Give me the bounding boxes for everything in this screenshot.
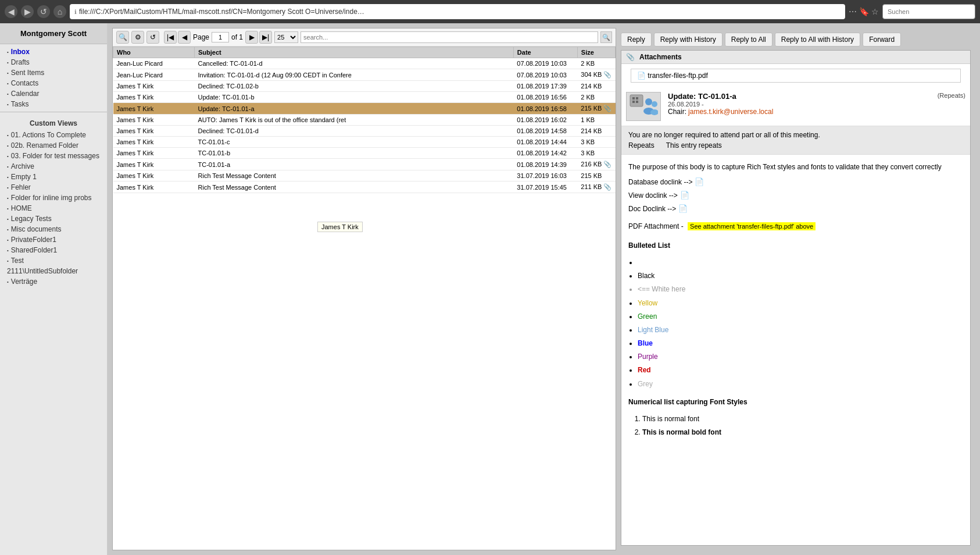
browser-chrome: ◀ ▶ ↺ ⌂ ℹ file:///C:/XPort/MailCustom/HT… (0, 0, 980, 23)
reply-to-all-button[interactable]: Reply to All (725, 33, 772, 47)
bullet-icon: • (7, 206, 9, 211)
sidebar-item-archive[interactable]: • Archive (0, 161, 107, 172)
list-item-text: Grey (638, 380, 653, 388)
table-row[interactable]: James T KirkTC-01.01-c01.08.2019 14:443 … (113, 137, 616, 148)
table-row[interactable]: James T KirkDeclined: TC-01.02-b01.08.20… (113, 81, 616, 92)
sidebar-item-test[interactable]: • Test (0, 255, 107, 266)
bullet-icon: • (7, 258, 9, 264)
refresh-button[interactable]: ↺ (146, 31, 159, 44)
prev-page-button[interactable]: ◀ (178, 31, 191, 44)
first-page-button[interactable]: |◀ (164, 31, 177, 44)
sidebar-item-vertrage[interactable]: • Verträge (0, 276, 107, 287)
reply-with-history-button[interactable]: Reply with History (654, 33, 723, 47)
sidebar-item-shared[interactable]: • SharedFolder1 (0, 245, 107, 255)
sidebar-item-actions[interactable]: • 01. Actions To Complete (0, 130, 107, 140)
notice-row: Repeats This entry repeats (628, 141, 963, 150)
list-item: This is normal bold font (642, 426, 963, 439)
sidebar-item-private[interactable]: • PrivateFolder1 (0, 234, 107, 245)
sidebar-item-label: Inbox (11, 48, 30, 56)
sidebar-user-name: Montgomery Scott (0, 23, 107, 44)
doclink2-icon[interactable]: 📄 (680, 190, 689, 202)
meeting-chair-email[interactable]: james.t.kirk@universe.local (688, 108, 773, 116)
cell-who: Jean-Luc Picard (113, 69, 195, 81)
table-row[interactable]: James T KirkUpdate: TC-01.01-a01.08.2019… (113, 103, 616, 115)
bullet-icon: • (7, 81, 9, 86)
table-row[interactable]: James T KirkAUTO: James T Kirk is out of… (113, 115, 616, 126)
sidebar-item-test-messages[interactable]: • 03. Folder for test messages (0, 151, 107, 161)
address-text: file:///C:/XPort/MailCustom/HTML/mail-ms… (79, 8, 840, 16)
bullet-icon: • (7, 49, 9, 55)
sidebar-item-inline-img[interactable]: • Folder for inline img probs (0, 193, 107, 203)
search-toggle-button[interactable]: 🔍 (116, 31, 129, 44)
attachment-file[interactable]: 📄 transfer-files-ftp.pdf (631, 69, 961, 83)
repeats-value: This entry repeats (666, 141, 722, 150)
forward-button[interactable]: Forward (863, 33, 901, 47)
list-item: Black (638, 269, 963, 283)
forward-button[interactable]: ▶ (21, 5, 34, 18)
table-row[interactable]: Jean-Luc PicardInvitation: TC-01-01-d (1… (113, 69, 616, 81)
cell-date: 01.08.2019 14:58 (513, 126, 577, 137)
cell-date: 01.08.2019 14:39 (513, 159, 577, 170)
sidebar-item-legacy[interactable]: • Legacy Tests (0, 214, 107, 224)
filter-button[interactable]: ⚙ (131, 31, 144, 44)
reply-to-all-with-history-button[interactable]: Reply to All with History (775, 33, 860, 47)
table-row[interactable]: James T KirkRich Test Message Content31.… (113, 182, 616, 193)
cell-subject: Rich Test Message Content (195, 170, 514, 182)
sidebar-item-drafts[interactable]: • Drafts (0, 57, 107, 67)
attachment-filename: transfer-files-ftp.pdf (648, 72, 707, 80)
bullet-icon: • (7, 216, 9, 222)
sidebar-item-misc[interactable]: • Misc documents (0, 224, 107, 234)
list-item-text: Green (638, 312, 657, 321)
table-row[interactable]: James T KirkUpdate: TC-01.01-b01.08.2019… (113, 92, 616, 103)
cell-subject: TC-01.01-a (195, 159, 514, 170)
search-input[interactable] (301, 31, 598, 43)
list-item-text: This is normal font (642, 415, 699, 423)
mail-table-container: Who Subject Date Size Jean-Luc PicardCan… (113, 47, 616, 550)
col-header-date[interactable]: Date (513, 47, 577, 58)
doclink1-icon[interactable]: 📄 (695, 176, 704, 188)
page-input[interactable] (212, 32, 229, 42)
bullet-icon: • (7, 195, 9, 201)
list-item: Light Blue (638, 323, 963, 337)
table-row[interactable]: Jean-Luc PicardCancelled: TC-01-01-d07.0… (113, 58, 616, 69)
table-row[interactable]: James T KirkDeclined: TC-01.01-d01.08.20… (113, 126, 616, 137)
table-row[interactable]: James T KirkTC-01.01-a01.08.2019 14:3921… (113, 159, 616, 170)
doclink3-icon[interactable]: 📄 (678, 203, 688, 215)
table-row[interactable]: James T KirkRich Test Message Content31.… (113, 170, 616, 182)
sidebar-item-calendar[interactable]: • Calendar (0, 88, 107, 99)
per-page-select[interactable]: 25 50 100 (274, 31, 298, 43)
pdf-attachment-link[interactable]: See attachment 'transfer-files-ftp.pdf' … (688, 222, 816, 230)
custom-views-label: Custom Views (0, 115, 107, 130)
bullet-icon: • (7, 185, 9, 190)
sidebar-item-home[interactable]: • HOME (0, 203, 107, 214)
file-icon: 📄 (637, 72, 648, 80)
sidebar-item-inbox[interactable]: • Inbox (0, 47, 107, 57)
search-submit-button[interactable]: 🔍 (600, 31, 612, 43)
back-button[interactable]: ◀ (5, 5, 17, 18)
home-button[interactable]: ⌂ (53, 5, 66, 18)
sidebar-item-sent[interactable]: • Sent Items (0, 67, 107, 78)
address-bar[interactable]: ℹ file:///C:/XPort/MailCustom/HTML/mail-… (70, 4, 845, 19)
sidebar-item-empty1[interactable]: • Empty 1 (0, 172, 107, 182)
sidebar-item-renamed[interactable]: • 02b. Renamed Folder (0, 140, 107, 151)
col-header-size[interactable]: Size (577, 47, 615, 58)
meeting-info: Update: TC-01.01-a (Repeats) 26.08.2019 … (621, 87, 970, 126)
reload-button[interactable]: ↺ (37, 5, 50, 18)
cell-who: James T Kirk (113, 81, 195, 92)
col-header-subject[interactable]: Subject (195, 47, 514, 58)
sidebar-item-contacts[interactable]: • Contacts (0, 78, 107, 88)
cell-size: 214 KB (577, 81, 615, 92)
cell-who: James T Kirk (113, 170, 195, 182)
sidebar-item-untitled[interactable]: 2111\UntitledSubfolder (0, 266, 107, 276)
sidebar-item-label: 03. Folder for test messages (11, 152, 99, 160)
col-header-who[interactable]: Who (113, 47, 195, 58)
browser-search-input[interactable] (882, 4, 975, 19)
reply-button[interactable]: Reply (621, 33, 652, 47)
sidebar-item-tasks[interactable]: • Tasks (0, 99, 107, 109)
table-row[interactable]: James T KirkTC-01.01-b01.08.2019 14:423 … (113, 148, 616, 159)
next-page-button[interactable]: ▶ (245, 31, 258, 44)
meeting-date: 26.08.2019 - (668, 101, 965, 108)
bullet-icon: • (7, 91, 9, 97)
sidebar-item-fehler[interactable]: • Fehler (0, 182, 107, 193)
last-page-button[interactable]: ▶| (259, 31, 272, 44)
